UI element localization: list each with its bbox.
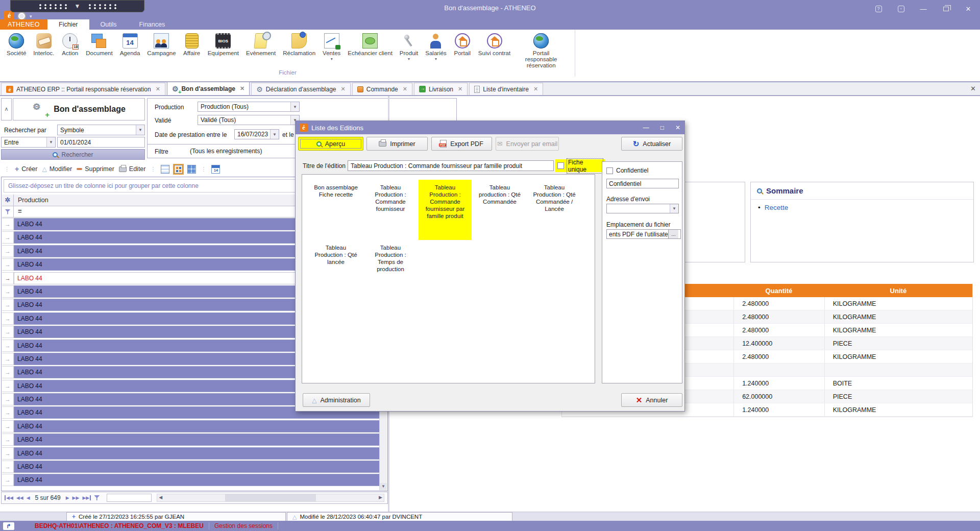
ribbon-button-salari-s[interactable]: Salariés▾ bbox=[422, 32, 450, 62]
ribbon-button-soci-t[interactable]: Société bbox=[3, 32, 30, 57]
quick-access-caret-icon[interactable]: ▾ bbox=[30, 14, 32, 19]
annuler-button[interactable]: ✕ Annuler bbox=[621, 393, 682, 407]
funnel-icon[interactable] bbox=[94, 495, 100, 500]
edition-item-tableau-production-commande-fournisseur-par-famille-produit[interactable]: Tableau Production : Commande fournisseu… bbox=[419, 180, 472, 240]
scroll-right-icon[interactable]: ▶ bbox=[379, 495, 382, 500]
collapse-panel-button[interactable]: ∧ bbox=[1, 98, 12, 120]
ribbon-button-campagne[interactable]: Campagne bbox=[143, 32, 179, 57]
table-row[interactable]: →LABO 44 bbox=[2, 461, 380, 473]
apercu-button[interactable]: Aperçu bbox=[298, 137, 363, 151]
titre-edition-input[interactable]: Tableau Production : Commande fournisseu… bbox=[348, 160, 554, 171]
tab-bon-d-assemblage[interactable]: Bon d'assemblage✕ bbox=[167, 82, 250, 95]
tab-atheneo-erp-portail-responsable-r-servation[interactable]: ATHENEO ERP :: Portail responsable réser… bbox=[1, 83, 165, 95]
prev-page-icon[interactable]: ◀ bbox=[27, 495, 30, 500]
edition-item-bon-assemblage-fiche-recette[interactable]: Bon assemblage Fiche recette bbox=[309, 180, 362, 240]
search-button[interactable]: Rechercher bbox=[1, 149, 145, 160]
ribbon-button-equipement[interactable]: Equipement bbox=[204, 32, 242, 57]
edition-item-tableau-production-qt-command-e[interactable]: Tableau production : Qté Commandée bbox=[473, 180, 526, 240]
ribbon-button-r-clamation[interactable]: Réclamation bbox=[279, 32, 319, 57]
actualiser-button[interactable]: ↻ Actualiser bbox=[621, 137, 682, 151]
adresse-envoi-select[interactable]: ▼ bbox=[606, 204, 679, 213]
fast-next-icon[interactable]: ▶▶ bbox=[72, 495, 80, 500]
first-page-icon[interactable]: ◀◀ bbox=[5, 495, 13, 500]
tab-d-claration-d-assemblage[interactable]: Déclaration d'assemblage✕ bbox=[251, 83, 350, 95]
filtre-value[interactable]: (Tous les enregistrements) bbox=[187, 146, 300, 156]
session-icon[interactable]: ↱ bbox=[3, 522, 14, 530]
help-button[interactable]: ? bbox=[871, 3, 886, 14]
session-manager-link[interactable]: Gestion des sessions bbox=[214, 522, 273, 529]
pager-filter-input[interactable] bbox=[107, 494, 152, 502]
minimize-button[interactable]: — bbox=[916, 3, 931, 14]
ribbon-button-suivi-contrat[interactable]: Suivi contrat bbox=[475, 32, 514, 57]
dialog-minimize-button[interactable]: — bbox=[643, 124, 649, 131]
dialog-close-button[interactable]: ✕ bbox=[675, 124, 680, 131]
view-grid-button[interactable] bbox=[187, 165, 196, 174]
confidentiel-input[interactable]: Confidentiel bbox=[606, 179, 679, 188]
ribbon-button-agenda[interactable]: Agenda bbox=[116, 32, 144, 57]
ribbon-tab-fichier[interactable]: Fichier bbox=[47, 19, 89, 30]
sommaire-link-recette[interactable]: Recette bbox=[751, 200, 973, 215]
horizontal-scrollbar[interactable]: ◀ ▶ bbox=[157, 494, 384, 502]
close-tab-icon[interactable]: ✕ bbox=[341, 86, 346, 92]
ribbon-button-ev-nement[interactable]: Evènement bbox=[242, 32, 279, 57]
ribbon-button-portail[interactable]: Portail bbox=[450, 32, 475, 57]
ribbon-button-affaire[interactable]: Affaire bbox=[180, 32, 204, 57]
valide-select[interactable]: Validé (Tous)▼ bbox=[198, 115, 300, 125]
production-select[interactable]: Production (Tous)▼ bbox=[198, 102, 300, 112]
view-card-button[interactable] bbox=[174, 165, 183, 174]
edition-item-tableau-production-commande-fournisseur[interactable]: Tableau Production : Commande fournisseu… bbox=[364, 180, 417, 240]
create-button[interactable]: +Créer bbox=[15, 165, 37, 173]
ribbon-button-document[interactable]: Document bbox=[82, 32, 116, 57]
ribbon-button-ventes[interactable]: Ventes▾ bbox=[319, 32, 344, 62]
close-tab-icon[interactable]: ✕ bbox=[240, 85, 244, 92]
table-row[interactable]: →LABO 44 bbox=[2, 420, 380, 432]
close-tab-icon[interactable]: ✕ bbox=[156, 86, 160, 92]
chevron-down-icon[interactable]: ▼ bbox=[670, 204, 678, 213]
ribbon-button-interloc[interactable]: Interloc. bbox=[30, 32, 58, 57]
tab-livraison[interactable]: Livraison✕ bbox=[414, 83, 468, 95]
last-page-icon[interactable]: ▶▶ bbox=[82, 495, 91, 500]
focus-mode-button[interactable]: ◦ bbox=[893, 3, 909, 14]
ribbon-button-ech-ancier-client[interactable]: Echéancier client bbox=[344, 32, 396, 57]
tab-liste-d-inventaire[interactable]: Liste d'inventaire✕ bbox=[469, 83, 543, 95]
overlay-dock-widget[interactable]: ▼ bbox=[10, 0, 144, 12]
search-by-select[interactable]: Symbole▼ bbox=[57, 125, 145, 135]
tabbar-close-icon[interactable]: ✕ bbox=[970, 85, 976, 92]
chevron-down-icon[interactable]: ▼ bbox=[136, 125, 144, 135]
next-page-icon[interactable]: ▶ bbox=[66, 495, 69, 500]
chevron-down-icon[interactable]: ▼ bbox=[290, 102, 299, 111]
edition-item-tableau-production-qt-command-e-lanc-e[interactable]: Tableau Production : Qté Commandée / Lan… bbox=[528, 180, 581, 240]
table-row[interactable]: →LABO 44 bbox=[2, 474, 380, 486]
confidentiel-checkbox[interactable] bbox=[606, 167, 613, 174]
administration-button[interactable]: △ Administration bbox=[303, 393, 370, 407]
close-tab-icon[interactable]: ✕ bbox=[403, 86, 407, 92]
view-calendar-button[interactable] bbox=[211, 165, 220, 174]
date-from-input[interactable]: 16/07/2023▼ bbox=[234, 129, 279, 139]
table-row[interactable]: →LABO 44 bbox=[2, 447, 380, 460]
app-tab-atheneo[interactable]: ATHENEO bbox=[0, 19, 47, 30]
ribbon-button-portail-responsable-r-servation[interactable]: Portail responsable réservation bbox=[514, 32, 568, 69]
confidentiel-option[interactable]: Confidentiel bbox=[606, 167, 648, 174]
browse-button[interactable]: ... bbox=[668, 230, 678, 238]
ribbon-tab-finances[interactable]: Finances bbox=[128, 19, 176, 30]
ribbon-button-action[interactable]: Action bbox=[58, 32, 82, 57]
modify-button[interactable]: △Modifier bbox=[42, 165, 72, 173]
chevron-down-icon[interactable]: ▼ bbox=[46, 137, 55, 147]
dialog-title-bar[interactable]: é Liste des Editions — □ ✕ bbox=[296, 121, 684, 134]
ribbon-tab-outils[interactable]: Outils bbox=[89, 19, 128, 30]
close-tab-icon[interactable]: ✕ bbox=[533, 86, 538, 92]
fast-prev-icon[interactable]: ◀◀ bbox=[16, 495, 23, 500]
close-tab-icon[interactable]: ✕ bbox=[458, 86, 462, 92]
chevron-down-icon[interactable]: ▼ bbox=[270, 130, 279, 139]
delete-button[interactable]: Supprimer bbox=[77, 165, 114, 173]
search-date-input[interactable]: 01/01/2024 bbox=[57, 137, 145, 148]
column-production[interactable]: Production bbox=[14, 195, 48, 206]
scroll-left-icon[interactable]: ◀ bbox=[159, 495, 162, 500]
edition-item-tableau-production-temps-de-production[interactable]: Tableau Production : Temps de production bbox=[364, 240, 417, 300]
fiche-unique-checkbox[interactable] bbox=[557, 162, 564, 169]
dialog-maximize-button[interactable]: □ bbox=[660, 124, 664, 131]
close-button[interactable]: ✕ bbox=[961, 3, 976, 14]
fiche-unique-option[interactable]: Fiche unique bbox=[555, 159, 605, 172]
filter-operator[interactable]: = bbox=[14, 206, 22, 217]
table-row[interactable]: →LABO 44 bbox=[2, 433, 380, 446]
